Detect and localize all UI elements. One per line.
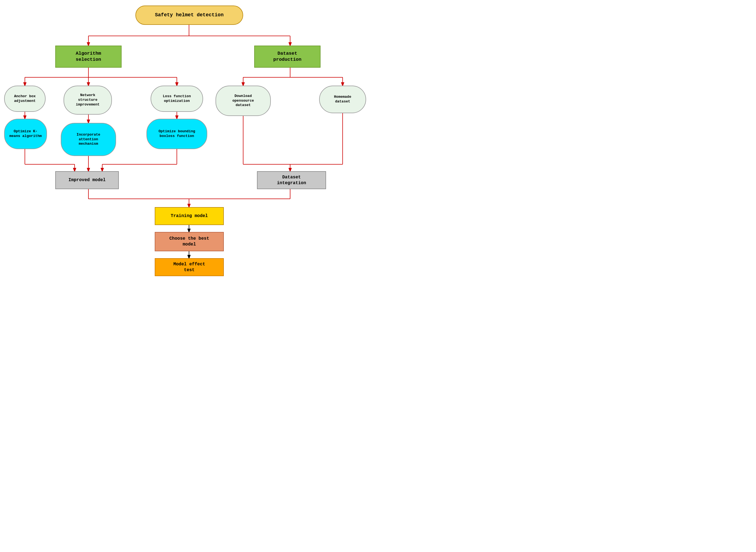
optimize-kmeans-node: Optimize K- means algorithm	[4, 119, 47, 149]
training-model-node: Training model	[155, 207, 224, 225]
loss-function-node: Loss function optimization	[150, 86, 203, 112]
improved-model-node: Improved model	[55, 171, 119, 189]
dataset-integration-node: Dataset integration	[257, 171, 326, 189]
optimize-bounding-node: Optimize bounding boxloss function	[146, 119, 207, 149]
dataset-production-node: Dataset production	[254, 45, 321, 67]
homemade-dataset-node: Homemade dataset	[319, 86, 366, 113]
algo-selection-node: Algorithm selection	[55, 45, 122, 67]
top-node: Safety helmet detection	[135, 6, 243, 25]
anchor-box-node: Anchor box adjustment	[4, 86, 45, 112]
incorporate-attention-node: Incorporate attention mechanism	[61, 123, 116, 156]
choose-best-node: Choose the best model	[155, 232, 224, 251]
flowchart-diagram: Safety helmet detection Algorithm select…	[0, 0, 378, 276]
model-effect-node: Model effect test	[155, 258, 224, 276]
download-opensource-node: Download opensource dataset	[216, 86, 271, 116]
network-structure-node: Network structure improvement	[64, 86, 112, 115]
